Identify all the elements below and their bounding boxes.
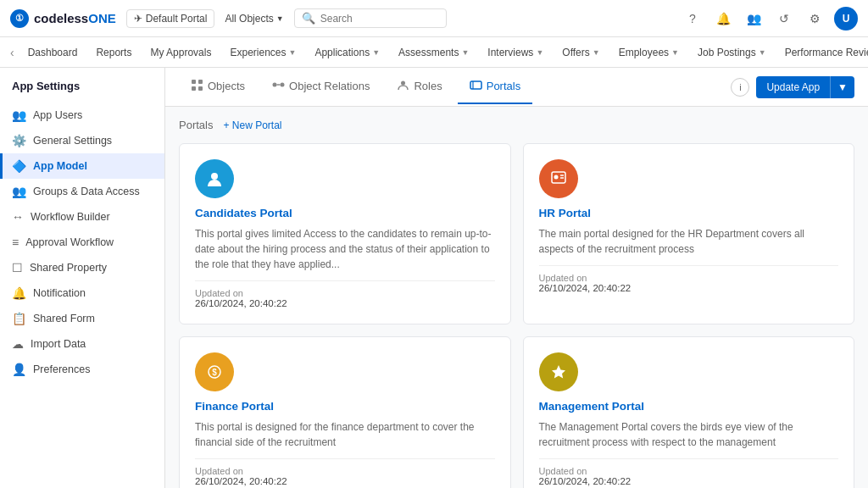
portal-card-finance[interactable]: $ Finance Portal This portal is designed… xyxy=(179,336,511,488)
nav-experiences[interactable]: Experiences▼ xyxy=(221,42,304,64)
form-icon: 📋 xyxy=(12,312,26,325)
nav-employees[interactable]: Employees▼ xyxy=(610,42,687,64)
sidebar-item-shared-form[interactable]: 📋 Shared Form xyxy=(0,306,164,331)
portals-grid: Candidates Portal This portal gives limi… xyxy=(179,143,854,488)
portal-name-finance: Finance Portal xyxy=(195,400,495,413)
portals-icon xyxy=(470,79,482,94)
chevron-down-icon: ▼ xyxy=(671,48,679,57)
chevron-down-icon: ▼ xyxy=(276,14,284,23)
tab-object-relations[interactable]: Object Relations xyxy=(260,70,381,104)
help-icon-btn[interactable]: ? xyxy=(682,8,704,30)
roles-icon xyxy=(397,79,409,94)
settings-icon-btn[interactable]: ⚙ xyxy=(804,8,826,30)
search-bar[interactable]: 🔍 xyxy=(294,8,447,28)
sidebar-item-notification[interactable]: 🔔 Notification xyxy=(0,280,164,306)
portal-updated-date-hr: 26/10/2024, 20:40:22 xyxy=(539,283,839,293)
all-objects-label: All Objects xyxy=(225,13,273,25)
approval-icon: ≡ xyxy=(12,236,19,249)
nav-applications[interactable]: Applications▼ xyxy=(306,42,388,64)
sidebar-item-app-users[interactable]: 👥 App Users xyxy=(0,103,164,128)
app-model-icon: 🔷 xyxy=(12,159,26,173)
topbar: ① codelessONE ✈ Default Portal All Objec… xyxy=(0,0,868,37)
nav-left-arrow[interactable]: ‹ xyxy=(7,46,18,59)
nav-job-postings[interactable]: Job Postings▼ xyxy=(689,42,775,64)
sidebar-item-label: Groups & Data Access xyxy=(33,186,140,197)
logo-text: codelessONE xyxy=(34,11,116,25)
nav-dashboard[interactable]: Dashboard xyxy=(19,42,86,64)
workflow-icon: ↔ xyxy=(12,210,24,224)
tab-portals[interactable]: Portals xyxy=(458,70,532,104)
nav-offers[interactable]: Offers▼ xyxy=(554,42,608,64)
sidebar-item-approval-workflow[interactable]: ≡ Approval Workflow xyxy=(0,230,164,255)
tabs-right-actions: i Update App ▼ xyxy=(731,76,854,98)
svg-rect-0 xyxy=(192,80,196,84)
tab-roles-label: Roles xyxy=(414,80,442,92)
svg-point-5 xyxy=(281,82,285,86)
svg-rect-2 xyxy=(192,86,196,91)
sidebar-item-import-data[interactable]: ☁ Import Data xyxy=(0,331,164,357)
svg-point-10 xyxy=(211,173,218,180)
tab-objects[interactable]: Objects xyxy=(179,70,257,104)
sidebar-item-workflow-builder[interactable]: ↔ Workflow Builder xyxy=(0,204,164,230)
portal-updated-label-finance: Updated on xyxy=(195,466,495,476)
navbar: ‹ Dashboard Reports My Approvals Experie… xyxy=(0,37,868,68)
portal-updated-date-finance: 26/10/2024, 20:40:22 xyxy=(195,476,495,486)
tab-objects-label: Objects xyxy=(208,80,245,92)
portal-divider xyxy=(195,458,495,459)
svg-point-7 xyxy=(401,80,405,85)
avatar[interactable]: U xyxy=(834,7,858,30)
sidebar-item-label: Preferences xyxy=(33,363,90,375)
chevron-down-icon: ▼ xyxy=(289,48,297,57)
nav-reports[interactable]: Reports xyxy=(87,42,140,64)
portal-icon-finance: $ xyxy=(195,352,234,391)
tab-object-relations-label: Object Relations xyxy=(289,80,370,92)
topbar-actions: ? 🔔 👥 ↺ ⚙ U xyxy=(682,7,858,30)
all-objects-dropdown[interactable]: All Objects ▼ xyxy=(225,13,283,25)
users-icon-btn[interactable]: 👥 xyxy=(743,8,765,30)
default-portal-selector[interactable]: ✈ Default Portal xyxy=(126,9,215,28)
info-button[interactable]: i xyxy=(731,78,749,97)
update-app-dropdown-arrow[interactable]: ▼ xyxy=(830,76,854,98)
sidebar-item-general-settings[interactable]: ⚙️ General Settings xyxy=(0,128,164,153)
sidebar-item-groups-data-access[interactable]: 👥 Groups & Data Access xyxy=(0,179,164,204)
new-portal-btn-label: + New Portal xyxy=(223,119,281,131)
sidebar-item-preferences[interactable]: 👤 Preferences xyxy=(0,357,164,382)
notification-icon-btn[interactable]: 🔔 xyxy=(712,8,734,30)
new-portal-button[interactable]: + New Portal xyxy=(223,119,281,131)
portal-updated-label-management: Updated on xyxy=(539,466,839,476)
portal-card-candidates[interactable]: Candidates Portal This portal gives limi… xyxy=(179,143,511,324)
portal-updated-label-hr: Updated on xyxy=(539,273,839,283)
nav-performance-reviews[interactable]: Performance Reviews▼ xyxy=(776,42,868,64)
objects-icon xyxy=(191,79,203,94)
sidebar-item-label: Notification xyxy=(33,287,86,299)
search-input[interactable] xyxy=(320,13,422,25)
nav-assessments[interactable]: Assessments▼ xyxy=(390,42,477,64)
chevron-down-icon: ▼ xyxy=(372,48,380,57)
update-app-button[interactable]: Update App ▼ xyxy=(756,76,854,98)
history-icon-btn[interactable]: ↺ xyxy=(773,8,795,30)
portal-card-management[interactable]: Management Portal The Management Portal … xyxy=(523,336,855,488)
svg-rect-1 xyxy=(198,80,203,84)
sidebar-item-shared-property[interactable]: ☐ Shared Property xyxy=(0,255,164,280)
nav-interviews[interactable]: Interviews▼ xyxy=(479,42,552,64)
logo: ① codelessONE xyxy=(10,9,116,28)
portal-name-management: Management Portal xyxy=(539,400,839,413)
svg-point-12 xyxy=(554,175,558,180)
default-portal-label: Default Portal xyxy=(146,13,208,25)
tab-roles[interactable]: Roles xyxy=(385,70,453,104)
portals-header: Portals + New Portal xyxy=(179,119,854,131)
svg-rect-3 xyxy=(198,86,203,91)
send-icon: ✈ xyxy=(134,13,142,25)
portal-card-hr[interactable]: HR Portal The main portal designed for t… xyxy=(523,143,855,324)
chevron-down-icon: ▼ xyxy=(461,48,469,57)
portal-desc-management: The Management Portal covers the birds e… xyxy=(539,419,839,450)
sidebar-title: App Settings xyxy=(0,80,164,103)
svg-rect-8 xyxy=(470,81,481,89)
sidebar-item-app-model[interactable]: 🔷 App Model xyxy=(0,153,164,179)
tab-portals-label: Portals xyxy=(487,80,520,92)
chevron-down-icon: ▼ xyxy=(593,48,600,57)
sidebar-item-label: Workflow Builder xyxy=(31,211,110,223)
sidebar-item-label: App Users xyxy=(33,109,82,121)
nav-my-approvals[interactable]: My Approvals xyxy=(142,42,220,64)
portal-divider xyxy=(539,458,839,459)
